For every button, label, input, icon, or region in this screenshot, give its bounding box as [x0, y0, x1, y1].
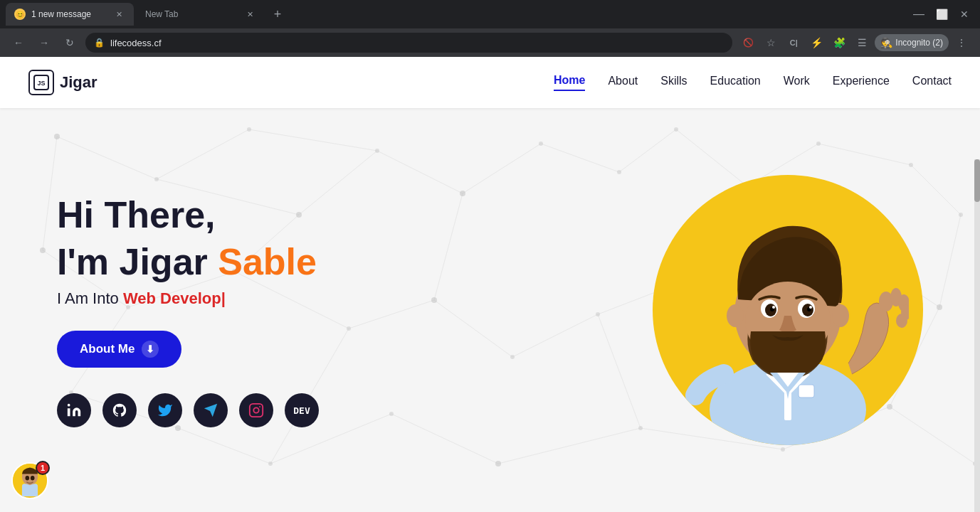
svg-point-92	[809, 306, 812, 309]
svg-point-93	[727, 304, 744, 327]
nav-contact[interactable]: Contact	[912, 75, 952, 90]
refresh-button[interactable]: ↻	[60, 33, 80, 53]
svg-point-94	[832, 304, 849, 327]
svg-point-103	[31, 476, 35, 480]
back-button[interactable]: ←	[9, 33, 28, 53]
dev-icon[interactable]: DEV	[285, 393, 319, 427]
instagram-icon[interactable]	[239, 393, 273, 427]
svg-rect-81	[799, 385, 814, 398]
address-bar: ← → ↻ 🔒 lifecodess.cf 🚫 ☆ C| ⚡ 🧩 ☰ 🕵️ In…	[0, 28, 980, 57]
hero-avatar	[653, 175, 923, 445]
maximize-button[interactable]: ⬜	[932, 4, 952, 24]
nav-experience[interactable]: Experience	[833, 75, 890, 90]
tab-1[interactable]: 😊 1 new message ✕	[6, 3, 134, 26]
github-icon[interactable]	[102, 393, 137, 427]
svg-point-99	[896, 314, 907, 328]
nav-home[interactable]: Home	[554, 74, 585, 91]
hero-name-prefix: I'm Jigar	[57, 241, 218, 282]
svg-line-42	[541, 144, 619, 172]
tab-2[interactable]: New Tab ✕	[137, 3, 265, 26]
lock-icon: 🔒	[94, 38, 105, 48]
no-track-icon[interactable]: 🚫	[738, 33, 758, 53]
about-me-arrow-icon: ⬇	[142, 341, 159, 358]
hero-subtitle-prefix: I Am Into	[57, 289, 123, 307]
social-icons: DEV	[57, 393, 596, 427]
tab-close-1[interactable]: ✕	[112, 8, 125, 21]
playlist-icon[interactable]: ☰	[852, 33, 872, 53]
tab-title-1: 1 new message	[31, 9, 107, 19]
svg-line-68	[498, 428, 641, 464]
puzzle-icon[interactable]: 🧩	[829, 33, 849, 53]
svg-point-102	[26, 476, 30, 480]
svg-line-73	[598, 314, 641, 428]
hero-subtitle: I Am Into Web Develop|	[57, 289, 596, 308]
logo-area: JS Jigar	[28, 70, 98, 95]
close-button[interactable]: ✕	[954, 4, 974, 24]
telegram-icon[interactable]	[194, 393, 228, 427]
url-bar[interactable]: 🔒 lifecodess.cf	[85, 33, 732, 53]
more-options-button[interactable]: ⋮	[952, 33, 971, 53]
website-content: JS Jigar Home About Skills Education Wor…	[0, 57, 980, 512]
svg-line-40	[377, 151, 463, 193]
nav-about[interactable]: About	[608, 75, 638, 90]
logo-icon: JS	[28, 70, 54, 95]
minimize-button[interactable]: —	[909, 4, 929, 24]
linkedin-icon[interactable]	[57, 393, 91, 427]
avatar-circle	[653, 175, 923, 445]
lightning-icon[interactable]: ⚡	[806, 33, 826, 53]
svg-line-41	[463, 144, 541, 193]
hero-name-highlight: Sable	[218, 241, 317, 282]
tab-bar: 😊 1 new message ✕ New Tab ✕ + — ⬜ ✕	[0, 0, 980, 28]
star-icon[interactable]: ☆	[761, 33, 781, 53]
tab-favicon-1: 😊	[14, 9, 26, 20]
new-tab-button[interactable]: +	[268, 4, 288, 24]
hero-subtitle-highlight: Web Develop|	[123, 289, 226, 307]
scrollbar[interactable]	[974, 159, 980, 512]
svg-text:JS: JS	[37, 80, 45, 87]
svg-point-78	[259, 406, 260, 407]
incognito-badge: 🕵️ Incognito (2)	[875, 34, 949, 51]
svg-point-77	[253, 408, 258, 413]
svg-line-65	[178, 428, 270, 464]
nav-education[interactable]: Education	[710, 75, 761, 90]
svg-line-48	[43, 137, 57, 250]
incognito-count: Incognito (2)	[895, 38, 943, 48]
avatar-figure	[667, 189, 909, 445]
svg-line-62	[939, 215, 961, 307]
navbar: JS Jigar Home About Skills Education Wor…	[0, 57, 980, 108]
browser-window: 😊 1 new message ✕ New Tab ✕ + — ⬜ ✕ ← → …	[0, 0, 980, 512]
svg-line-36	[157, 129, 249, 179]
logo-text: Jigar	[60, 73, 98, 92]
about-me-label: About Me	[80, 342, 135, 356]
svg-line-46	[818, 144, 911, 165]
nav-skills[interactable]: Skills	[660, 75, 687, 90]
svg-line-43	[619, 129, 676, 172]
scrollbar-thumb[interactable]	[974, 159, 980, 202]
chat-notification[interactable]: 1	[11, 462, 48, 501]
hero-greeting: Hi There,	[57, 193, 596, 237]
tab-close-2[interactable]: ✕	[243, 8, 256, 21]
svg-rect-76	[250, 404, 263, 417]
hero-section: Hi There, I'm Jigar Sable I Am Into Web …	[0, 108, 980, 512]
svg-point-91	[772, 306, 775, 309]
hero-content: Hi There, I'm Jigar Sable I Am Into Web …	[57, 193, 596, 428]
svg-point-75	[68, 404, 70, 407]
nav-work[interactable]: Work	[784, 75, 810, 90]
svg-line-35	[57, 137, 157, 179]
about-me-button[interactable]: About Me ⬇	[57, 331, 181, 368]
forward-button[interactable]: →	[34, 33, 54, 53]
svg-line-38	[249, 129, 377, 151]
twitter-icon[interactable]	[148, 393, 182, 427]
browser-tools: 🚫 ☆ C| ⚡ 🧩 ☰ 🕵️ Incognito (2) ⋮	[738, 33, 971, 53]
incognito-avatar: 🕵️	[880, 37, 892, 48]
nav-links: Home About Skills Education Work Experie…	[554, 74, 952, 91]
tab-title-2: New Tab	[145, 9, 238, 19]
c-extension-icon[interactable]: C|	[784, 33, 804, 53]
hero-name-line: I'm Jigar Sable	[57, 240, 596, 284]
url-text: lifecodess.cf	[110, 38, 162, 48]
chat-badge: 1	[36, 461, 50, 475]
